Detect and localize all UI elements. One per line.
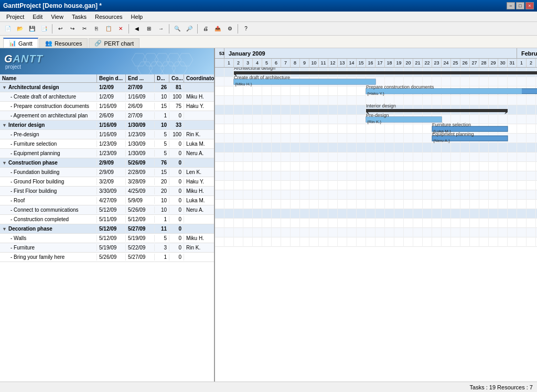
gantt-row	[215, 68, 537, 77]
copy-button[interactable]: ⎘	[91, 23, 102, 35]
menu-edit[interactable]: Edit	[28, 13, 47, 21]
gantt-day-cell: 2	[527, 59, 536, 67]
task-begin: 2/6/09	[97, 112, 126, 119]
col-header-name[interactable]: Name	[0, 74, 97, 82]
tab-resources[interactable]: 👥 Resources	[39, 38, 88, 48]
maximize-button[interactable]: □	[516, 2, 524, 9]
menu-project[interactable]: Project	[2, 13, 28, 21]
table-row[interactable]: - Roof 4/27/09 5/9/09 10 0 Luka M.	[0, 196, 214, 205]
task-coord: Haku Y.	[184, 178, 214, 185]
gantt-day-cell: 23	[432, 59, 442, 67]
gantt-row	[215, 153, 537, 162]
task-name: - Connect to communications	[0, 206, 97, 213]
task-dur: 10	[155, 206, 169, 213]
table-row[interactable]: - First Floor building 3/30/09 4/25/09 2…	[0, 187, 214, 196]
gantt-row	[215, 115, 537, 124]
table-row[interactable]: - Agreement on architectural plan 2/6/09…	[0, 111, 214, 121]
menu-resources[interactable]: Resources	[91, 13, 127, 21]
add-task-button[interactable]: ⊞	[143, 23, 155, 35]
gantt-day-cell: 6	[272, 59, 281, 67]
table-row[interactable]: - Connect to communications 5/12/09 5/26…	[0, 205, 214, 215]
col-header-coord[interactable]: Coordinator	[184, 74, 214, 82]
undo-button[interactable]: ↩	[55, 23, 66, 35]
task-comp: 0	[169, 178, 184, 185]
status-bar: Tasks : 19 Resources : 7	[0, 382, 537, 392]
table-group-row[interactable]: ▼Construction phase 2/9/09 5/26/09 76 0	[0, 158, 214, 168]
close-button[interactable]: ×	[525, 2, 534, 9]
table-group-row[interactable]: ▼Decoration phase 5/12/09 5/27/09 11 0	[0, 224, 214, 234]
task-end: 5/26/09	[126, 206, 155, 213]
task-comp: 100	[169, 131, 184, 138]
indent-button[interactable]: →	[155, 23, 167, 35]
task-name: - Ground Floor building	[0, 178, 97, 185]
menu-tasks[interactable]: Tasks	[68, 13, 91, 21]
delete-button[interactable]: ✕	[115, 23, 126, 35]
tab-gantt[interactable]: 📊 Gantt	[3, 38, 38, 48]
paste-button[interactable]: 📋	[103, 23, 114, 35]
redo-button[interactable]: ↪	[67, 23, 78, 35]
group-comp: 81	[169, 84, 184, 91]
tab-pert[interactable]: 🔗 PERT chart	[89, 38, 139, 48]
title-bar: GanttProject [Demo house.gan] * − □ ×	[0, 0, 537, 12]
table-row[interactable]: - Construction completed 5/11/09 5/12/09…	[0, 215, 214, 224]
table-row[interactable]: - Walls 5/12/09 5/19/09 5 0 Miku H.	[0, 234, 214, 243]
cut-button[interactable]: ✂	[79, 23, 90, 35]
gantt-day-cell: 15	[357, 59, 366, 67]
open-button[interactable]: 📂	[14, 23, 26, 35]
col-header-comp[interactable]: Co...	[169, 74, 184, 82]
group-end: 5/27/09	[126, 225, 155, 232]
task-comp: 0	[169, 197, 184, 204]
task-coord	[184, 115, 214, 116]
table-group-row[interactable]: ▼Interior design 1/16/09 1/30/09 10 33	[0, 121, 214, 130]
settings-button[interactable]: ⚙	[224, 23, 235, 35]
gantt-day-cell: 2	[234, 59, 243, 67]
menu-view[interactable]: View	[47, 13, 68, 21]
task-end: 1/23/09	[126, 131, 155, 138]
new-button[interactable]: 📄	[2, 23, 14, 35]
task-comp: 0	[169, 150, 184, 157]
task-name: - Prepare construction documents	[0, 103, 97, 110]
gantt-month-label: February 2009	[517, 48, 537, 58]
table-row[interactable]: - Prepare construction documents 1/16/09…	[0, 102, 214, 111]
table-row[interactable]: - Foundation building 2/9/09 2/28/09 15 …	[0, 168, 214, 177]
col-header-dur[interactable]: D...	[155, 74, 169, 82]
print-button[interactable]: 🖨	[200, 23, 211, 35]
task-name: - Furniture selection	[0, 140, 97, 147]
export-button[interactable]: 📤	[212, 23, 223, 35]
task-comp: 0	[169, 112, 184, 119]
main-area: GANTT project Name	[0, 48, 537, 382]
table-row[interactable]: - Furniture 5/19/09 5/22/09 3 0 Rin K.	[0, 243, 214, 253]
task-coord: Neru A.	[184, 150, 214, 157]
task-begin: 2/9/09	[97, 169, 126, 176]
help-button[interactable]: ?	[240, 23, 252, 35]
minimize-button[interactable]: −	[507, 2, 515, 9]
col-header-begin[interactable]: Begin d...	[97, 74, 126, 82]
task-dur: 20	[155, 178, 169, 185]
gantt-row	[215, 190, 537, 200]
save-button[interactable]: 💾	[26, 23, 38, 35]
zoom-out-button[interactable]: 🔎	[184, 23, 195, 35]
table-row[interactable]: - Furniture selection 1/23/09 1/30/09 5 …	[0, 139, 214, 149]
task-coord: Len K.	[184, 169, 214, 176]
svg-marker-1	[143, 53, 158, 66]
table-row[interactable]: - Pre-design 1/16/09 1/23/09 5 100 Rin K…	[0, 130, 214, 139]
col-header-end[interactable]: End ...	[126, 74, 155, 82]
task-begin: 5/12/09	[97, 206, 126, 213]
table-row[interactable]: - Create draft of architecture 1/2/09 1/…	[0, 92, 214, 102]
zoom-in-button[interactable]: 🔍	[171, 23, 183, 35]
table-row[interactable]: - Bring your family here 5/26/09 5/27/09…	[0, 253, 214, 262]
svg-marker-3	[166, 53, 181, 66]
svg-marker-6	[149, 62, 164, 74]
table-row[interactable]: - Ground Floor building 3/2/09 3/28/09 2…	[0, 177, 214, 187]
prev-button[interactable]: ◀	[131, 23, 143, 35]
table-row[interactable]: - Equipment planning 1/23/09 1/30/09 5 0…	[0, 149, 214, 158]
task-comp: 75	[169, 103, 184, 110]
table-group-row[interactable]: ▼Architectural design 1/2/09 2/7/09 26 8…	[0, 83, 214, 92]
pdf-button[interactable]: 📑	[38, 23, 50, 35]
menu-help[interactable]: Help	[127, 13, 147, 21]
pert-tab-icon: 🔗	[94, 40, 102, 47]
gantt-chart[interactable]: 53January 2009February 2009March 2009Apr…	[215, 48, 537, 382]
gantt-day-cell: 14	[347, 59, 357, 67]
task-name: - Bring your family here	[0, 254, 97, 260]
gantt-day-cell: 30	[498, 59, 508, 67]
